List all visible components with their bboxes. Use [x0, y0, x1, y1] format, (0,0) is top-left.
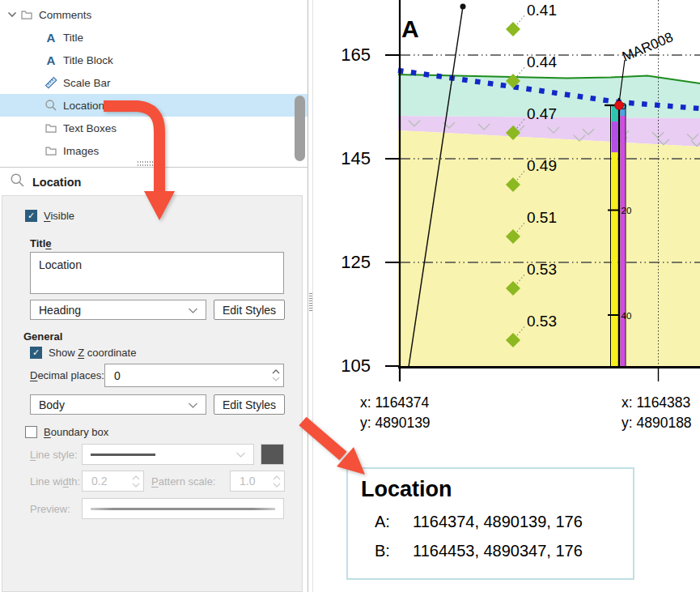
title-text-input[interactable]: Location: [30, 252, 284, 294]
body-style-dropdown[interactable]: Body: [30, 394, 206, 415]
boundary-box-label: Boundary box: [44, 426, 108, 438]
location-box-title: Location: [361, 477, 633, 502]
line-width-label: Line width:: [30, 475, 80, 488]
svg-text:0.41: 0.41: [527, 2, 557, 19]
title-edit-styles-button[interactable]: Edit Styles: [214, 300, 285, 320]
line-width-stepper: [82, 471, 144, 492]
section-view[interactable]: 0.410.440.470.490.510.530.53 16514512510…: [313, 0, 700, 592]
coord-x: x: 1164374: [360, 393, 431, 413]
svg-text:20: 20: [622, 206, 632, 215]
collar-dot: [615, 101, 624, 110]
location-properties-panel: ✓ Visible Title Location Heading Edit St…: [2, 195, 303, 592]
properties-header: Location: [10, 172, 81, 191]
tree-item-label: Text Boxes: [63, 122, 117, 134]
horizontal-splitter-handle[interactable]: [138, 161, 160, 166]
location-row-b: B: 1164453, 4890347, 176: [375, 542, 633, 560]
chevron-down-icon[interactable]: [5, 10, 19, 19]
preview-label: Preview:: [30, 503, 70, 515]
visible-checkbox[interactable]: ✓: [25, 210, 37, 222]
general-section-label: General: [23, 330, 62, 343]
tree-item-text-boxes[interactable]: Text Boxes: [0, 117, 308, 139]
ruler-icon: [44, 75, 58, 90]
title-style-dropdown[interactable]: Heading: [30, 300, 206, 320]
chevron-down-icon: [235, 448, 246, 461]
search-icon: [10, 172, 25, 191]
y-axis: 165145125105: [341, 45, 400, 376]
tree-item-title-block[interactable]: A Title Block: [0, 49, 308, 71]
coord-x: x: 1164383: [622, 393, 692, 413]
svg-text:145: 145: [341, 148, 371, 168]
properties-title: Location: [32, 176, 81, 189]
coord-y: y: 4890188: [622, 413, 692, 433]
stepper-arrows: [132, 471, 140, 491]
stepper-arrows[interactable]: [272, 364, 280, 386]
vertical-splitter-handle[interactable]: [309, 292, 312, 311]
folder-icon: [19, 7, 34, 22]
line-style-label: Line style:: [30, 449, 78, 461]
svg-text:0.44: 0.44: [527, 53, 557, 70]
line-color-swatch: [261, 444, 284, 465]
coord-y: y: 4890139: [360, 413, 431, 433]
tree-item-title[interactable]: A Title: [0, 26, 308, 49]
cross-section-canvas: 0.410.440.470.490.510.530.53 16514512510…: [313, 0, 700, 385]
line-style-dropdown: [82, 444, 254, 465]
tree-item-images[interactable]: Images: [0, 139, 308, 162]
svg-text:0.51: 0.51: [527, 209, 557, 226]
chevron-down-icon: [188, 304, 198, 317]
chevron-down-icon: [188, 398, 198, 411]
tree-item-label: Comments: [39, 9, 91, 21]
svg-text:105: 105: [341, 356, 371, 376]
layout-tree: Comments A Title A Title Block Scale Bar: [0, 3, 308, 162]
pattern-scale-input: [231, 471, 277, 491]
title-section-label: Title: [30, 237, 52, 249]
folder-icon: [44, 143, 58, 158]
show-z-checkbox[interactable]: ✓: [30, 347, 42, 359]
location-annotation-box: Location A: 1164374, 4890139, 176 B: 116…: [346, 467, 634, 580]
svg-text:0.47: 0.47: [527, 105, 557, 122]
pattern-scale-label: Pattern scale:: [151, 475, 216, 488]
tree-item-label: Location: [63, 100, 104, 112]
decimal-places-stepper[interactable]: [104, 364, 284, 387]
folder-icon: [44, 121, 58, 135]
boundary-box-checkbox[interactable]: [25, 426, 37, 438]
panel-divider: [0, 167, 308, 168]
show-z-label: Show Z coordinate: [49, 347, 136, 359]
section-end-coordinates: x: 1164383 y: 4890188: [622, 393, 692, 433]
visible-label: Visible: [44, 210, 74, 222]
app-window: Comments A Title A Title Block Scale Bar: [0, 0, 700, 592]
line-style-sample: [91, 454, 155, 456]
svg-text:0.49: 0.49: [527, 157, 557, 174]
line-preview: [82, 498, 284, 519]
search-icon: [44, 98, 58, 113]
text-style-icon: A: [44, 53, 58, 67]
tree-item-comments[interactable]: Comments: [0, 3, 308, 26]
svg-text:0.53: 0.53: [527, 261, 557, 278]
decimal-places-label: Decimal places:: [30, 369, 104, 381]
decimal-places-input[interactable]: [105, 364, 276, 386]
pattern-scale-stepper: [230, 471, 285, 492]
tree-item-scale-bar[interactable]: Scale Bar: [0, 71, 308, 94]
line-width-input: [83, 471, 136, 491]
svg-text:165: 165: [341, 45, 371, 65]
body-edit-styles-button[interactable]: Edit Styles: [214, 394, 285, 415]
svg-text:0.53: 0.53: [527, 313, 557, 330]
tree-item-label: Title: [63, 32, 83, 44]
tree-item-location[interactable]: Location: [0, 94, 308, 117]
tree-item-label: Scale Bar: [63, 77, 111, 89]
svg-text:40: 40: [622, 311, 632, 321]
section-start-coordinates: x: 1164374 y: 4890139: [360, 393, 431, 433]
drillhole-label: MAR008: [620, 29, 675, 64]
location-row-a: A: 1164374, 4890139, 176: [375, 513, 633, 531]
section-start-label: A: [401, 15, 419, 42]
preview-line-sample: [91, 508, 275, 510]
tree-item-label: Title Block: [63, 54, 113, 66]
adjacent-drillhole-collar-dot: [460, 4, 466, 10]
stepper-arrows: [273, 471, 281, 491]
left-panel: Comments A Title A Title Block Scale Bar: [0, 0, 308, 592]
tree-item-label: Images: [63, 145, 99, 157]
svg-text:125: 125: [341, 252, 371, 272]
tree-scrollbar-thumb[interactable]: [295, 96, 305, 161]
text-style-icon: A: [44, 30, 58, 45]
